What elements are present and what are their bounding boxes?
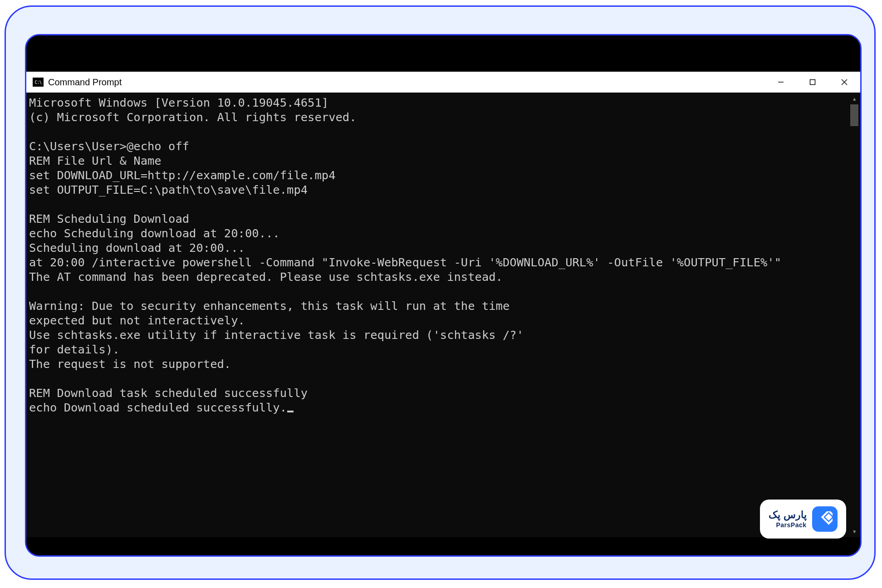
scroll-thumb[interactable] [850, 104, 858, 126]
vertical-scrollbar[interactable]: ▴ ▾ [848, 93, 860, 537]
terminal-area[interactable]: Microsoft Windows [Version 10.0.19045.46… [26, 93, 860, 537]
maximize-button[interactable] [797, 72, 828, 93]
watermark-logo [812, 506, 838, 532]
watermark-brand-en: ParsPack [776, 522, 807, 528]
window-title: Command Prompt [48, 77, 122, 88]
cmd-app-icon: C:\ [33, 78, 44, 87]
watermark-brand-fa: پارس پک [769, 510, 806, 520]
page-card: C:\ Command Prompt Microsoft Windows [Ve… [5, 5, 876, 580]
terminal-content[interactable]: Microsoft Windows [Version 10.0.19045.46… [26, 93, 848, 537]
command-prompt-window: C:\ Command Prompt Microsoft Windows [Ve… [25, 34, 862, 557]
close-button[interactable] [828, 72, 860, 93]
window-controls [765, 72, 860, 93]
terminal-output: Microsoft Windows [Version 10.0.19045.46… [29, 95, 845, 415]
minimize-button[interactable] [765, 72, 797, 93]
close-icon [841, 78, 848, 86]
svg-rect-1 [810, 80, 815, 85]
diamond-icon [817, 511, 833, 527]
minimize-icon [777, 78, 784, 86]
cmd-app-icon-label: C:\ [34, 80, 41, 85]
scroll-down-arrow-icon[interactable]: ▾ [850, 527, 858, 535]
scroll-up-arrow-icon[interactable]: ▴ [850, 94, 858, 103]
titlebar[interactable]: C:\ Command Prompt [26, 72, 860, 93]
window-top-border [26, 35, 860, 72]
maximize-icon [809, 79, 816, 85]
watermark-text: پارس پک ParsPack [769, 510, 806, 528]
window-bottom-border [26, 537, 860, 555]
watermark-badge: پارس پک ParsPack [760, 500, 846, 539]
cursor [287, 411, 294, 412]
